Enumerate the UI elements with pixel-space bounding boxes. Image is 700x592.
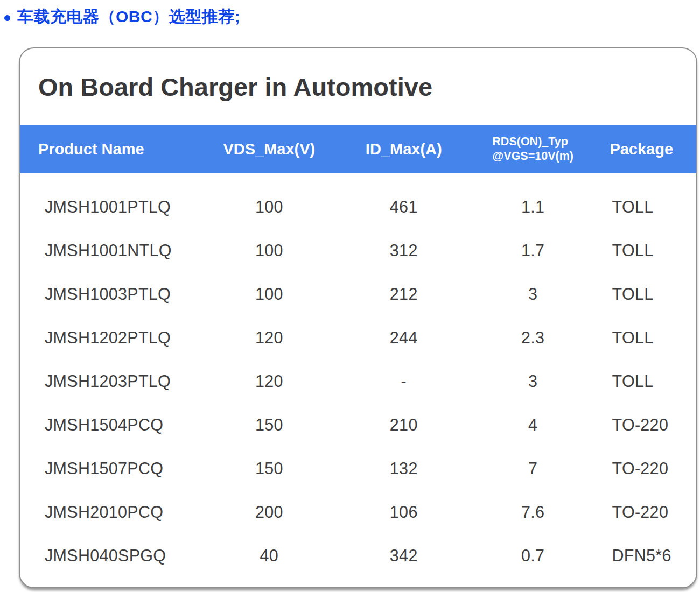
cell-vds-max-v: 120: [210, 328, 328, 347]
cell-package: TOLL: [587, 328, 696, 347]
table-row: JMSH1001PTLQ1004611.1TOLL: [20, 185, 696, 229]
cell-product-name: JMSH1001NTLQ: [20, 241, 210, 260]
cell-product-name: JMSH2010PCQ: [20, 503, 210, 521]
cell-vds-max-v: 100: [210, 198, 328, 216]
cell-vds-max-v: 150: [210, 459, 328, 478]
cell-product-name: JMSH1003PTLQ: [20, 285, 210, 304]
table-row: JMSH1003PTLQ1002123TOLL: [20, 272, 696, 316]
cell-id-max-a: 461: [328, 198, 479, 216]
table-row: JMSH1203PTLQ120-3TOLL: [20, 360, 696, 403]
cell-vds-max-v: 150: [210, 415, 328, 434]
column-header-id-max-a: ID_Max(A): [328, 140, 479, 158]
cell-id-max-a: 312: [328, 241, 479, 260]
section-heading-text: 车载充电器（OBC）选型推荐;: [17, 6, 240, 28]
cell-vds-max-v: 100: [210, 285, 328, 304]
cell-id-max-a: -: [328, 372, 479, 391]
cell-rds-on-typ: 2.3: [479, 328, 587, 347]
table-row: JMSH1202PTLQ1202442.3TOLL: [20, 316, 696, 360]
cell-product-name: JMSH1001PTLQ: [20, 198, 210, 216]
table-row: JMSH2010PCQ2001067.6TO-220: [20, 490, 696, 534]
cell-rds-on-typ: 3: [479, 285, 587, 304]
cell-rds-on-typ: 0.7: [479, 546, 587, 565]
cell-product-name: JMSH1203PTLQ: [20, 372, 210, 391]
bullet-icon: [4, 15, 10, 21]
table-row: JMSH040SPGQ403420.7DFN5*6: [20, 534, 696, 577]
cell-package: TO-220: [587, 415, 696, 434]
section-heading: 车载充电器（OBC）选型推荐;: [4, 6, 240, 28]
cell-rds-on-typ: 1.7: [479, 241, 587, 260]
table-body: JMSH1001PTLQ1004611.1TOLLJMSH1001NTLQ100…: [20, 173, 696, 587]
cell-package: TOLL: [587, 198, 696, 216]
column-header-product-name: Product Name: [20, 140, 210, 158]
cell-package: TOLL: [587, 372, 696, 391]
cell-vds-max-v: 200: [210, 503, 328, 521]
rds-header-line2: @VGS=10V(m): [492, 149, 573, 164]
cell-id-max-a: 244: [328, 328, 479, 347]
cell-package: TOLL: [587, 285, 696, 304]
column-header-package: Package: [587, 140, 696, 158]
cell-id-max-a: 212: [328, 285, 479, 304]
cell-id-max-a: 132: [328, 459, 479, 478]
table-row: JMSH1001NTLQ1003121.7TOLL: [20, 229, 696, 272]
product-table-card: On Board Charger in Automotive Product N…: [19, 47, 697, 588]
cell-vds-max-v: 120: [210, 372, 328, 391]
cell-package: TO-220: [587, 503, 696, 521]
cell-product-name: JMSH1507PCQ: [20, 459, 210, 478]
cell-product-name: JMSH040SPGQ: [20, 546, 210, 565]
rds-header-line1: RDS(ON)_Typ: [492, 135, 573, 149]
column-header-rds-on-typ: RDS(ON)_Typ @VGS=10V(m): [479, 135, 587, 164]
cell-rds-on-typ: 7: [479, 459, 587, 478]
cell-rds-on-typ: 1.1: [479, 198, 587, 216]
cell-vds-max-v: 100: [210, 241, 328, 260]
cell-id-max-a: 342: [328, 546, 479, 565]
cell-vds-max-v: 40: [210, 546, 328, 565]
cell-package: TOLL: [587, 241, 696, 260]
cell-rds-on-typ: 7.6: [479, 503, 587, 521]
table-row: JMSH1507PCQ1501327TO-220: [20, 447, 696, 490]
column-header-vds-max-v: VDS_Max(V): [210, 140, 328, 158]
table-header-row: Product Name VDS_Max(V) ID_Max(A) RDS(ON…: [20, 125, 696, 173]
cell-product-name: JMSH1504PCQ: [20, 415, 210, 434]
cell-package: TO-220: [587, 459, 696, 478]
cell-rds-on-typ: 4: [479, 415, 587, 434]
table-row: JMSH1504PCQ1502104TO-220: [20, 403, 696, 447]
cell-id-max-a: 210: [328, 415, 479, 434]
cell-product-name: JMSH1202PTLQ: [20, 328, 210, 347]
cell-id-max-a: 106: [328, 503, 479, 521]
table-title: On Board Charger in Automotive: [38, 72, 432, 102]
cell-package: DFN5*6: [587, 546, 696, 565]
cell-rds-on-typ: 3: [479, 372, 587, 391]
